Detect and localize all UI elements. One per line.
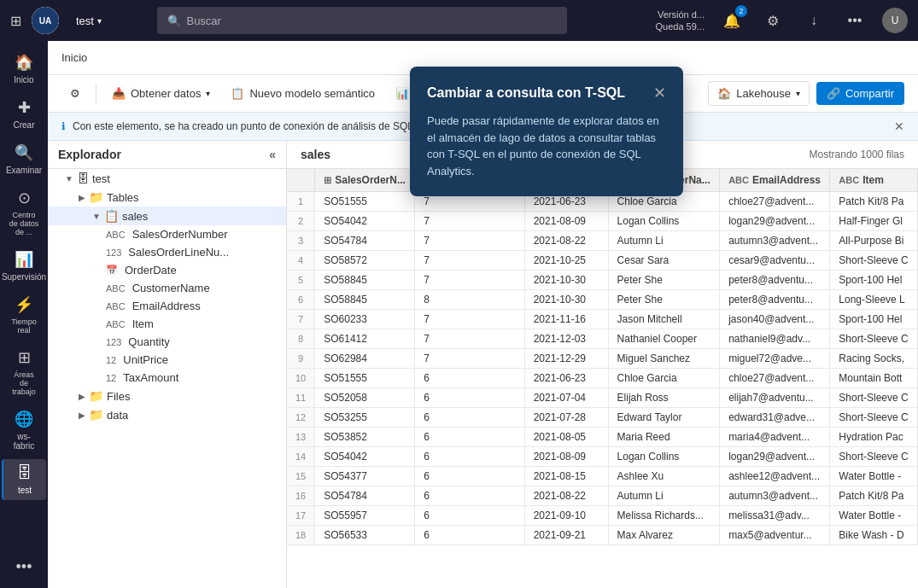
folder-icon: 📁 (89, 389, 103, 403)
tree-field-salesorderlinenum[interactable]: 123 SalesOrderLineNu... (48, 243, 286, 261)
cell-email: autumn3@advent... (720, 231, 830, 251)
cell-orderdate: 2021-08-15 (524, 467, 608, 486)
info-close-icon[interactable]: ✕ (894, 119, 904, 133)
cell-item: Short-Sleeve C (830, 329, 918, 349)
cell-customername: Logan Collins (608, 212, 720, 231)
sidebar-more-button[interactable]: ••• (2, 553, 46, 581)
col-header-emailaddress[interactable]: ABCEmailAddress (720, 169, 830, 192)
sidebar-label-areas: Áreas de trabajo (9, 370, 39, 396)
cell-salesorderline: 7 (415, 349, 524, 369)
share-button[interactable]: 🔗 Compartir (816, 82, 904, 105)
tree-field-taxamount[interactable]: 12 TaxAmount (48, 369, 286, 387)
more-sidebar-icon: ••• (16, 558, 32, 576)
semantic-icon: 📋 (231, 87, 244, 100)
settings-toolbar-button[interactable]: ⚙ (61, 82, 89, 105)
cell-orderdate: 2021-07-28 (524, 408, 608, 428)
tree-field-quantity[interactable]: 123 Quantity (48, 333, 286, 351)
cell-orderdate: 2021-10-25 (524, 251, 608, 271)
sidebar-item-areas[interactable]: ⊞ Áreas de trabajo (2, 343, 46, 401)
cell-email: nathaniel9@adv... (720, 329, 830, 349)
new-semantic-label: Nuevo modelo semántico (249, 87, 375, 100)
grid-icon[interactable]: ⊞ (10, 13, 21, 29)
collapse-explorer-button[interactable]: « (269, 148, 276, 161)
tree-item-tables[interactable]: ▶ 📁 Tables (48, 188, 286, 207)
cell-salesorder: SO58845 (315, 290, 415, 310)
tree-field-salesordernumber[interactable]: ABC SalesOrderNumber (48, 225, 286, 243)
table-row: 15 SO54377 6 2021-08-15 Ashlee Xu ashlee… (287, 467, 918, 486)
avatar[interactable]: U (882, 8, 908, 33)
cell-email: logan29@advent... (720, 212, 830, 231)
sidebar-label-crear: Crear (13, 120, 34, 130)
cell-salesorder: SO58572 (315, 251, 415, 271)
sidebar-item-crear[interactable]: ✚ Crear (2, 93, 46, 135)
modal-close-button[interactable]: ✕ (653, 84, 666, 102)
table-row: 5 SO58845 7 2021-10-30 Peter She peter8@… (287, 271, 918, 290)
cell-customername: Autumn Li (608, 486, 720, 506)
workspace-selector[interactable]: test ▾ (69, 11, 108, 31)
search-input[interactable] (186, 15, 557, 27)
tree-item-sales[interactable]: ▼ 📋 sales (48, 207, 286, 225)
cell-salesorderline: 7 (415, 251, 524, 271)
sidebar-item-inicio[interactable]: 🏠 Inicio (2, 48, 46, 90)
settings-button[interactable]: ⚙ (759, 7, 786, 34)
tree-field-unitprice[interactable]: 12 UnitPrice (48, 351, 286, 369)
cell-salesorder: SO54042 (315, 447, 415, 467)
type-text-icon: ABC (106, 230, 126, 240)
table-scroll[interactable]: ⊞SalesOrderN... 123SalesOrderLi... 📅Orde… (287, 169, 918, 588)
type-num-icon: 12 (106, 373, 116, 383)
cell-customername: Miguel Sanchez (608, 349, 720, 369)
field-label-taxamount: TaxAmount (123, 371, 178, 384)
cell-email: logan29@advent... (720, 447, 830, 467)
download-button[interactable]: ↓ (800, 7, 827, 34)
notification-badge: 2 (735, 5, 747, 17)
tree-field-orderdate[interactable]: 📅 OrderDate (48, 261, 286, 279)
notifications-button[interactable]: 🔔 2 (718, 7, 746, 34)
cell-salesorder: SO54784 (315, 486, 415, 506)
cell-salesorder: SO55957 (315, 506, 415, 526)
auto-icon: 📊 (395, 87, 409, 100)
share-icon: 🔗 (827, 87, 840, 100)
lakehouse-button[interactable]: 🏠 Lakehouse ▾ (708, 81, 810, 106)
sidebar-item-tiempo[interactable]: ⚡ Tiempo real (2, 290, 46, 340)
modal-header: Cambiar a consulta con T-SQL ✕ (427, 84, 666, 102)
explorer-title: Explorador (58, 148, 121, 161)
col-header-salesorder[interactable]: ⊞SalesOrderN... (315, 169, 415, 192)
tree-item-files[interactable]: ▶ 📁 Files (48, 387, 286, 405)
browse-icon: 🔍 (15, 143, 33, 162)
more-nav-button[interactable]: ••• (841, 7, 868, 34)
cell-customername: Autumn Li (608, 231, 720, 251)
col-header-item[interactable]: ABCItem (830, 169, 918, 192)
sidebar-label-examinar: Examinar (6, 166, 42, 175)
tree-item-test[interactable]: ▼ 🗄 test (48, 169, 286, 188)
cell-salesorderline: 7 (415, 212, 524, 231)
cell-salesorderline: 6 (415, 388, 524, 408)
row-number: 11 (287, 388, 315, 408)
sidebar-label-ws-fabric: ws-fabric (9, 432, 39, 451)
sidebar-item-test[interactable]: 🗄 test (2, 459, 46, 500)
tree-field-emailaddress[interactable]: ABC EmailAddress (48, 297, 286, 315)
create-icon: ✚ (18, 98, 31, 117)
sidebar-item-examinar[interactable]: 🔍 Examinar (2, 138, 46, 180)
explorer-panel: Explorador « ▼ 🗄 test ▶ 📁 Tables (48, 141, 287, 588)
tree-field-customername[interactable]: ABC CustomerName (48, 279, 286, 297)
table-row: 18 SO56533 6 2021-09-21 Max Alvarez max5… (287, 526, 918, 545)
content-area: Explorador « ▼ 🗄 test ▶ 📁 Tables (48, 141, 918, 588)
cell-orderdate: 2021-07-04 (524, 388, 608, 408)
cell-customername: Edward Taylor (608, 408, 720, 428)
cell-salesorder: SO62984 (315, 349, 415, 369)
search-bar[interactable]: 🔍 (157, 7, 567, 34)
nav-right: Versión d... Queda 59... 🔔 2 ⚙ ↓ ••• U (655, 7, 908, 34)
cell-salesorder: SO51555 (315, 369, 415, 388)
get-data-button[interactable]: 📥 Obtener datos ▾ (103, 82, 219, 105)
tree-field-item[interactable]: ABC Item (48, 315, 286, 333)
breadcrumb: Inicio (61, 51, 87, 64)
new-semantic-button[interactable]: 📋 Nuevo modelo semántico (222, 82, 383, 105)
sidebar-item-ws-fabric[interactable]: 🌐 ws-fabric (2, 405, 46, 456)
sidebar-item-centro[interactable]: ⊙ Centro de datos de ... (2, 183, 46, 242)
tree-item-data[interactable]: ▶ 📁 data (48, 405, 286, 424)
row-number: 4 (287, 251, 315, 271)
row-number: 8 (287, 329, 315, 349)
cell-item: Racing Socks, (830, 349, 918, 369)
sidebar-item-supervision[interactable]: 📊 Supervisión (2, 245, 46, 287)
col-header-rownum (287, 169, 315, 192)
